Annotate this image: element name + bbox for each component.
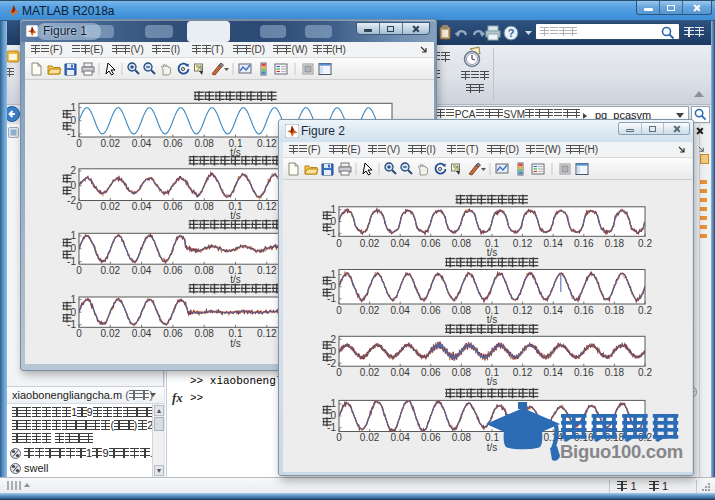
svg-text:%: % [453, 164, 459, 171]
svg-text:0.12: 0.12 [513, 305, 533, 316]
svg-text:0: 0 [70, 243, 76, 254]
svg-text:0: 0 [330, 410, 336, 421]
svg-text:t/s: t/s [487, 247, 498, 258]
svg-text:t/s: t/s [230, 274, 241, 285]
svg-text:0: 0 [336, 367, 342, 378]
svg-text:0.2: 0.2 [638, 367, 652, 378]
svg-text:0.14: 0.14 [543, 305, 563, 316]
svg-text:1: 1 [70, 294, 76, 305]
svg-text:0: 0 [330, 281, 336, 292]
svg-text:t/s: t/s [230, 338, 241, 349]
svg-text:0.12: 0.12 [513, 238, 533, 249]
svg-text:0: 0 [76, 328, 82, 339]
svg-text:2: 2 [330, 334, 336, 345]
svg-text:0.02: 0.02 [101, 328, 121, 339]
svg-text:0.08: 0.08 [194, 201, 214, 212]
svg-text:0.06: 0.06 [163, 265, 183, 276]
svg-text:0.04: 0.04 [132, 328, 152, 339]
svg-text:0.12: 0.12 [513, 367, 533, 378]
svg-text:0.02: 0.02 [101, 201, 121, 212]
svg-text:0.06: 0.06 [421, 432, 441, 443]
svg-text:0.16: 0.16 [574, 238, 594, 249]
svg-text:1: 1 [330, 204, 336, 215]
svg-text:0.16: 0.16 [574, 305, 594, 316]
svg-text:-2: -2 [67, 195, 76, 206]
svg-text:0: 0 [336, 432, 342, 443]
svg-text:0.02: 0.02 [360, 238, 380, 249]
svg-text:?: ? [508, 27, 515, 39]
svg-text:t/s: t/s [487, 376, 498, 387]
svg-text:0.04: 0.04 [390, 367, 410, 378]
svg-text:0.06: 0.06 [163, 138, 183, 149]
svg-text:0: 0 [336, 238, 342, 249]
svg-text:0.12: 0.12 [257, 328, 277, 339]
svg-text:0.06: 0.06 [163, 201, 183, 212]
svg-text:-1: -1 [327, 422, 336, 433]
svg-text:0.12: 0.12 [257, 265, 277, 276]
svg-text:0: 0 [70, 307, 76, 318]
svg-text:0: 0 [76, 265, 82, 276]
svg-text:1: 1 [330, 398, 336, 409]
svg-text:0.06: 0.06 [163, 328, 183, 339]
svg-text:%: % [196, 64, 202, 71]
svg-text:0.06: 0.06 [421, 367, 441, 378]
svg-text:-1: -1 [67, 128, 76, 139]
svg-text:0: 0 [330, 216, 336, 227]
svg-text:0.02: 0.02 [101, 265, 121, 276]
svg-text:0.18: 0.18 [605, 367, 625, 378]
svg-text:0.02: 0.02 [101, 138, 121, 149]
svg-text:0.02: 0.02 [360, 367, 380, 378]
svg-text:0.02: 0.02 [360, 432, 380, 443]
svg-text:0.04: 0.04 [390, 432, 410, 443]
svg-text:0.18: 0.18 [605, 305, 625, 316]
svg-text:0.04: 0.04 [132, 138, 152, 149]
svg-text:0: 0 [330, 346, 336, 357]
svg-text:0.16: 0.16 [574, 367, 594, 378]
svg-text:0.08: 0.08 [452, 305, 472, 316]
svg-text:1: 1 [330, 269, 336, 280]
svg-text:0.14: 0.14 [543, 238, 563, 249]
svg-text:1: 1 [70, 102, 76, 113]
svg-text:0.04: 0.04 [390, 238, 410, 249]
svg-text:0.04: 0.04 [132, 201, 152, 212]
svg-text:0.2: 0.2 [638, 238, 652, 249]
svg-text:0.08: 0.08 [452, 432, 472, 443]
svg-text:0.04: 0.04 [132, 265, 152, 276]
svg-text:0.14: 0.14 [543, 367, 563, 378]
svg-text:0: 0 [336, 305, 342, 316]
svg-text:t/s: t/s [230, 210, 241, 221]
svg-text:0.04: 0.04 [390, 305, 410, 316]
svg-text:Biguo100.com: Biguo100.com [560, 441, 683, 462]
svg-text:-2: -2 [327, 358, 336, 369]
svg-text:0.08: 0.08 [452, 238, 472, 249]
svg-text:t/s: t/s [487, 314, 498, 325]
svg-text:0.12: 0.12 [257, 201, 277, 212]
svg-text:-1: -1 [327, 228, 336, 239]
svg-text:0.08: 0.08 [194, 138, 214, 149]
svg-text:0.18: 0.18 [605, 238, 625, 249]
svg-text:0: 0 [76, 201, 82, 212]
svg-text:-1: -1 [327, 293, 336, 304]
svg-text:0.06: 0.06 [421, 305, 441, 316]
svg-text:0.08: 0.08 [194, 328, 214, 339]
svg-text:0.08: 0.08 [194, 265, 214, 276]
svg-text:0.02: 0.02 [360, 305, 380, 316]
svg-text:0.12: 0.12 [257, 138, 277, 149]
svg-text:0.08: 0.08 [452, 367, 472, 378]
svg-text:0.06: 0.06 [421, 238, 441, 249]
svg-text:0.2: 0.2 [638, 305, 652, 316]
svg-text:0: 0 [76, 138, 82, 149]
